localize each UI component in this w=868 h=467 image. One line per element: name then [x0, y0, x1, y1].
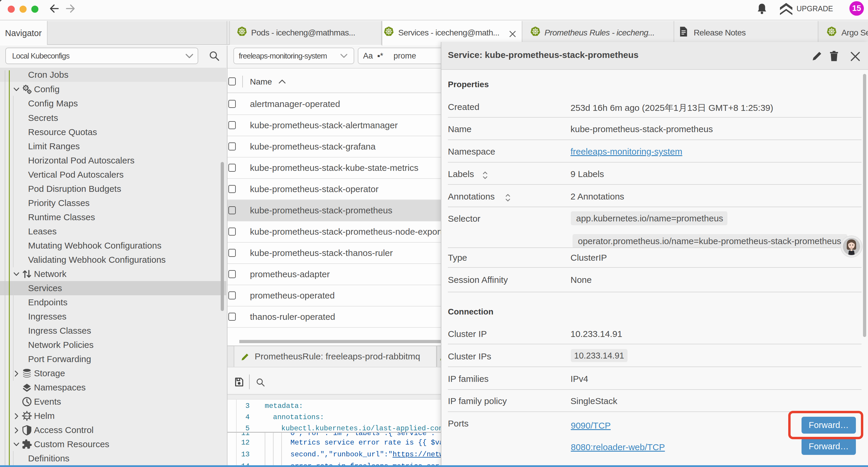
svg-text:HELM: HELM [24, 415, 30, 417]
